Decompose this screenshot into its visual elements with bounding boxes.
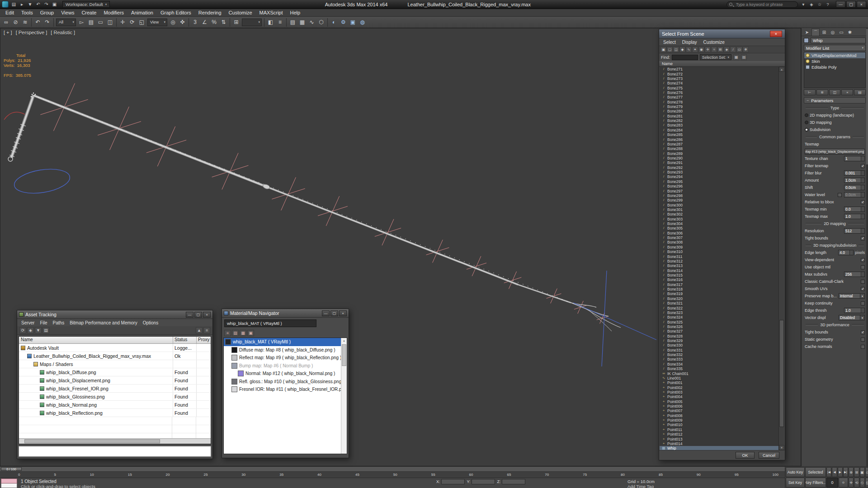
display-helpers-icon[interactable]: ✛ xyxy=(705,47,711,52)
view-list-plus-icon[interactable]: ▤ xyxy=(232,330,239,336)
vault-icon[interactable]: ◈ xyxy=(27,327,34,333)
column-chooser-icon[interactable]: ▤ xyxy=(741,54,747,60)
parameter-row[interactable]: Resolution 512 xyxy=(804,227,866,235)
scrollbar-thumb[interactable] xyxy=(342,344,346,366)
checkbox[interactable] xyxy=(861,301,865,305)
material-tree-row[interactable]: Reflect map: Map #9 ( whip_black_Reflect… xyxy=(224,354,347,362)
rendered-frame-icon[interactable]: ▣ xyxy=(348,18,358,27)
parameter-row[interactable]: Edge thresh 1.0 xyxy=(804,307,866,314)
parameter-row[interactable]: Texmap xyxy=(804,141,866,148)
checkbox[interactable] xyxy=(861,287,865,291)
asset-row[interactable]: whip_black_Displacement.png Found xyxy=(19,376,211,385)
scene-object-row[interactable]: Bone305 xyxy=(660,226,778,230)
asset-row[interactable]: Autodesk Vault Logge... xyxy=(19,344,211,352)
zoom-all-icon[interactable]: ⊞ xyxy=(854,467,859,477)
select-by-name-icon[interactable]: ▤ xyxy=(86,18,96,27)
schematic-view-icon[interactable]: ⬡ xyxy=(316,18,326,27)
value-spinner[interactable]: 1 xyxy=(844,156,865,161)
angle-snap-icon[interactable]: ∠ xyxy=(200,18,209,27)
value-spinner[interactable]: 0.0 xyxy=(844,206,865,212)
undo-icon[interactable]: ↶ xyxy=(33,18,42,27)
display-lights-icon[interactable]: ✦ xyxy=(692,47,698,52)
minimize-button[interactable]: — xyxy=(322,310,330,316)
scene-object-row[interactable]: Bone326 xyxy=(660,324,778,329)
scene-object-row[interactable]: Bone293 xyxy=(660,170,778,174)
scene-object-row[interactable]: Bone317 xyxy=(660,282,778,287)
scene-object-row[interactable]: Bone280 xyxy=(660,109,778,113)
checkbox[interactable] xyxy=(861,236,865,240)
scene-object-row[interactable]: Bone289 xyxy=(660,151,778,155)
reference-coordinate-dropdown[interactable]: View xyxy=(147,19,167,26)
help-icon[interactable]: ? xyxy=(824,1,831,8)
value-spinner[interactable]: 0.0cm xyxy=(844,185,865,190)
menu-item[interactable]: Select xyxy=(660,40,679,45)
render-setup-icon[interactable]: ⚙ xyxy=(339,18,348,27)
listener-script-row[interactable] xyxy=(1,483,17,488)
parameter-row[interactable]: Keep continuity xyxy=(804,300,866,307)
parameter-row[interactable]: Use object mtl xyxy=(804,263,866,271)
scene-object-row[interactable]: Bone278 xyxy=(660,100,778,104)
set-key-button[interactable]: Set Key xyxy=(786,478,805,488)
time-configuration-icon[interactable]: ⊙ xyxy=(839,478,848,488)
parameter-row[interactable]: Preserve map b... Internal xyxy=(804,292,866,300)
column-proxy[interactable]: Proxy xyxy=(196,337,211,343)
value-spinner[interactable]: Disabled xyxy=(839,315,865,320)
asset-row[interactable]: Maps / Shaders xyxy=(19,360,211,368)
value-spinner[interactable]: 1.0 xyxy=(844,214,865,219)
scroll-down-icon[interactable]: ▼ xyxy=(779,445,784,450)
parameter-row[interactable]: Vector displ Disabled xyxy=(804,314,866,321)
parameter-row[interactable]: Common params xyxy=(804,133,866,141)
go-to-start-button[interactable]: |◀ xyxy=(826,467,831,477)
value-spinner[interactable]: 1.0cm xyxy=(844,178,865,183)
communication-center-icon[interactable]: ◈ xyxy=(808,1,815,8)
percent-snap-icon[interactable]: % xyxy=(209,18,219,27)
column-status[interactable]: Status xyxy=(173,337,196,343)
material-name-field[interactable]: whip_black_MAT ( VRayMtl ) xyxy=(224,319,316,327)
search-input[interactable] xyxy=(726,1,798,8)
redo-icon[interactable]: ↷ xyxy=(42,18,52,27)
scene-object-row[interactable]: Bone331 xyxy=(660,348,778,352)
parameter-row[interactable]: Tight bounds xyxy=(804,235,866,242)
view-list-icon[interactable]: ≡ xyxy=(224,330,231,336)
parameter-row[interactable]: Texmap min 0.0 xyxy=(804,206,866,213)
close-button[interactable]: × xyxy=(770,31,782,37)
scene-object-row[interactable]: Bone320 xyxy=(660,296,778,301)
scene-object-row[interactable]: Bone303 xyxy=(660,217,778,221)
scene-object-row[interactable]: Bone295 xyxy=(660,179,778,184)
field-of-view-icon[interactable]: ◇ xyxy=(860,478,865,488)
scene-object-row[interactable]: Bone324 xyxy=(660,315,778,319)
scene-object-row[interactable]: Bone285 xyxy=(660,132,778,137)
parameter-row[interactable]: Type xyxy=(804,104,866,112)
close-button[interactable]: × xyxy=(857,1,866,8)
modifier-icon[interactable] xyxy=(806,65,810,69)
use-pivot-center-icon[interactable]: ◎ xyxy=(168,18,178,27)
scene-object-row[interactable]: Bone297 xyxy=(660,188,778,193)
scene-object-row[interactable]: Bone282 xyxy=(660,118,778,123)
bind-to-space-warp-icon[interactable]: ≋ xyxy=(20,18,30,27)
parameter-row[interactable]: Cache normals xyxy=(804,343,866,350)
display-all-icon[interactable]: ▣ xyxy=(660,47,666,52)
display-space-warps-icon[interactable]: ≈ xyxy=(711,47,717,52)
material-tree-row[interactable]: whip_black_MAT ( VRayMtl ) xyxy=(224,338,347,346)
select-and-rotate-icon[interactable]: ⟳ xyxy=(127,18,137,27)
scrollbar-thumb[interactable] xyxy=(779,320,784,427)
checkbox[interactable] xyxy=(861,164,865,168)
modifier-list-dropdown[interactable]: Modifier List ▾ xyxy=(804,45,866,51)
checkbox[interactable] xyxy=(838,193,842,197)
scene-object-row[interactable]: Bone319 xyxy=(660,291,778,296)
checkbox[interactable] xyxy=(861,265,865,269)
scene-object-row[interactable]: Point010 xyxy=(660,422,778,427)
parameter-row[interactable]: Texture chan 1 xyxy=(804,155,866,162)
menu-item[interactable]: Tools xyxy=(18,10,37,15)
asset-row[interactable]: whip_black_Fresnel_IOR.png Found xyxy=(19,385,211,393)
maximize-viewport-icon[interactable]: ◱ xyxy=(865,478,868,488)
show-end-result-button[interactable]: ≋ xyxy=(816,89,828,95)
modifier-stack-item[interactable]: Editable Poly xyxy=(804,64,865,70)
parameter-row[interactable]: Amount 1.0cm xyxy=(804,177,866,184)
scene-object-row[interactable]: Bone288 xyxy=(660,146,778,151)
scene-object-row[interactable]: Bone332 xyxy=(660,352,778,357)
add-time-tag[interactable]: Add Time Tag xyxy=(627,484,654,488)
scene-object-row[interactable]: Point014 xyxy=(660,441,778,446)
asset-row[interactable]: whip_black_Glossiness.png Found xyxy=(19,393,211,401)
modifier-icon[interactable] xyxy=(806,53,810,57)
